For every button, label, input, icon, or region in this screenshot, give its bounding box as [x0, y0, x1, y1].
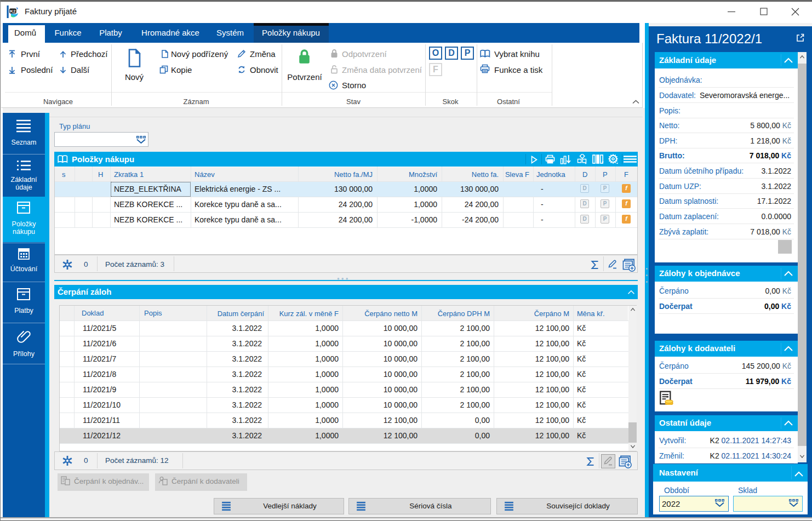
- svg-text:K2: K2: [10, 9, 16, 14]
